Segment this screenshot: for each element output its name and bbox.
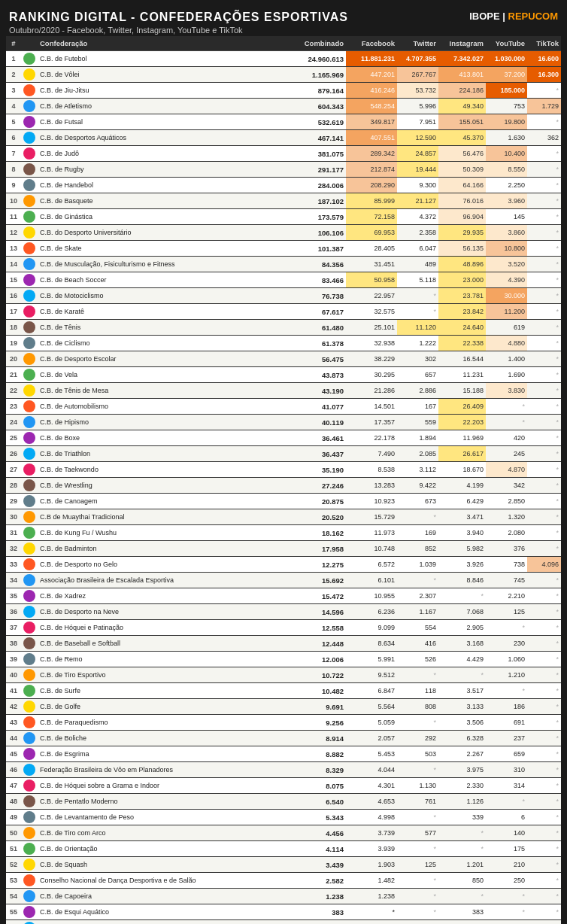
- combined-value: 61.378: [290, 336, 346, 351]
- confederation-name: C.B. de Futebol: [38, 51, 290, 67]
- youtube-value: 1.630: [486, 130, 527, 146]
- confederation-name: C.B. de Paraquedismo: [38, 715, 290, 731]
- instagram-value: *: [438, 825, 486, 841]
- table-row: 17C.B. de Karatê67.61732.575*23.84211.20…: [6, 304, 561, 320]
- logo-cell: [21, 652, 38, 667]
- instagram-value: 26.409: [438, 399, 486, 415]
- instagram-value: 96.904: [438, 209, 486, 225]
- facebook-value: 212.874: [346, 162, 397, 178]
- combined-value: 83.466: [290, 272, 346, 288]
- table-row: 36C.B. de Desporto na Neve14.5966.2361.1…: [6, 604, 561, 620]
- tiktok-value: *: [527, 731, 561, 746]
- youtube-value: *: [486, 904, 527, 920]
- rank-cell: 26: [6, 446, 21, 462]
- instagram-value: 155.051: [438, 114, 486, 130]
- combined-value: 15.692: [290, 573, 346, 588]
- logo-cell: [21, 225, 38, 241]
- twitter-value: 11.120: [397, 320, 438, 336]
- logo-cell: [21, 51, 38, 67]
- instagram-value: 850: [438, 873, 486, 889]
- rank-cell: 13: [6, 241, 21, 257]
- combined-value: 43.190: [290, 383, 346, 399]
- twitter-value: 1.039: [397, 557, 438, 573]
- twitter-value: 5.996: [397, 99, 438, 114]
- instagram-value: 3.975: [438, 762, 486, 778]
- youtube-value: 37.200: [486, 67, 527, 83]
- combined-value: 291.177: [290, 162, 346, 178]
- table-row: 31C.B. de Kung Fu / Wushu18.16211.973169…: [6, 525, 561, 541]
- tiktok-value: *: [527, 494, 561, 509]
- tiktok-value: *: [527, 573, 561, 588]
- youtube-value: 420: [486, 430, 527, 446]
- confederation-name: C.B. de Judô: [38, 146, 290, 162]
- logo-cell: [21, 193, 38, 209]
- logo-cell: [21, 257, 38, 272]
- instagram-value: 6.429: [438, 494, 486, 509]
- instagram-value: 23.781: [438, 288, 486, 304]
- col-youtube: YouTube: [486, 36, 527, 51]
- logo-cell: [21, 920, 38, 925]
- instagram-value: 7.068: [438, 604, 486, 620]
- rank-cell: 1: [6, 51, 21, 67]
- rank-cell: 52: [6, 857, 21, 873]
- instagram-value: 11.231: [438, 367, 486, 383]
- facebook-value: 10.923: [346, 494, 397, 509]
- twitter-value: 3.112: [397, 462, 438, 478]
- facebook-value: 447.201: [346, 67, 397, 83]
- youtube-value: *: [486, 683, 527, 699]
- combined-value: 9.691: [290, 699, 346, 715]
- tiktok-value: *: [527, 178, 561, 193]
- logo-cell: [21, 731, 38, 746]
- table-row: 25C.B. de Boxe36.46122.1781.89411.969420…: [6, 430, 561, 446]
- logo-cell: [21, 130, 38, 146]
- table-row: 20C.B. de Desporto Escolar56.47538.22930…: [6, 351, 561, 367]
- facebook-value: 11.881.231: [346, 51, 397, 67]
- facebook-value: 8.634: [346, 636, 397, 652]
- twitter-value: 302: [397, 351, 438, 367]
- facebook-value: 10.955: [346, 588, 397, 604]
- rank-cell: 23: [6, 399, 21, 415]
- confederation-name: C.B. de Hóquei e Patinação: [38, 620, 290, 636]
- logo-cell: [21, 762, 38, 778]
- rank-cell: 17: [6, 304, 21, 320]
- combined-value: 67.617: [290, 304, 346, 320]
- rank-cell: 15: [6, 272, 21, 288]
- logo-cell: [21, 114, 38, 130]
- tiktok-value: *: [527, 604, 561, 620]
- logo-cell: [21, 383, 38, 399]
- table-row: 49C.B. de Levantamento de Peso5.3434.998…: [6, 810, 561, 825]
- confederation-name: C.B. de Tiro com Arco: [38, 825, 290, 841]
- confederation-name: C.B. de Levantamento de Peso: [38, 810, 290, 825]
- facebook-value: *: [346, 920, 397, 925]
- col-facebook: Facebook: [346, 36, 397, 51]
- twitter-value: 5.118: [397, 272, 438, 288]
- combined-value: 187.102: [290, 193, 346, 209]
- twitter-value: 852: [397, 541, 438, 557]
- youtube-value: *: [486, 889, 527, 904]
- confederation-name: C.B. de Ginástica: [38, 209, 290, 225]
- confederation-name: C.B. do Desporto Universitário: [38, 225, 290, 241]
- facebook-value: 208.290: [346, 178, 397, 193]
- instagram-value: 15.188: [438, 383, 486, 399]
- twitter-value: *: [397, 762, 438, 778]
- table-row: 37C.B. de Hóquei e Patinação12.5589.0995…: [6, 620, 561, 636]
- tiktok-value: *: [527, 336, 561, 351]
- twitter-value: *: [397, 509, 438, 525]
- rank-cell: 41: [6, 683, 21, 699]
- twitter-value: 526: [397, 652, 438, 667]
- rank-cell: 12: [6, 225, 21, 241]
- combined-value: 56.475: [290, 351, 346, 367]
- combined-value: 1.165.969: [290, 67, 346, 83]
- confederation-name: C.B. de Baseball e Softball: [38, 636, 290, 652]
- confederation-name: C.B. de Capoeira: [38, 889, 290, 904]
- combined-value: 284.006: [290, 178, 346, 193]
- tiktok-value: *: [527, 509, 561, 525]
- instagram-value: 3.506: [438, 715, 486, 731]
- youtube-value: 376: [486, 541, 527, 557]
- combined-value: 8.075: [290, 778, 346, 794]
- combined-value: 35.190: [290, 462, 346, 478]
- youtube-value: 2.210: [486, 588, 527, 604]
- rank-cell: 24: [6, 415, 21, 430]
- combined-value: 381.075: [290, 146, 346, 162]
- confederation-name: C.B. de Esgrima: [38, 746, 290, 762]
